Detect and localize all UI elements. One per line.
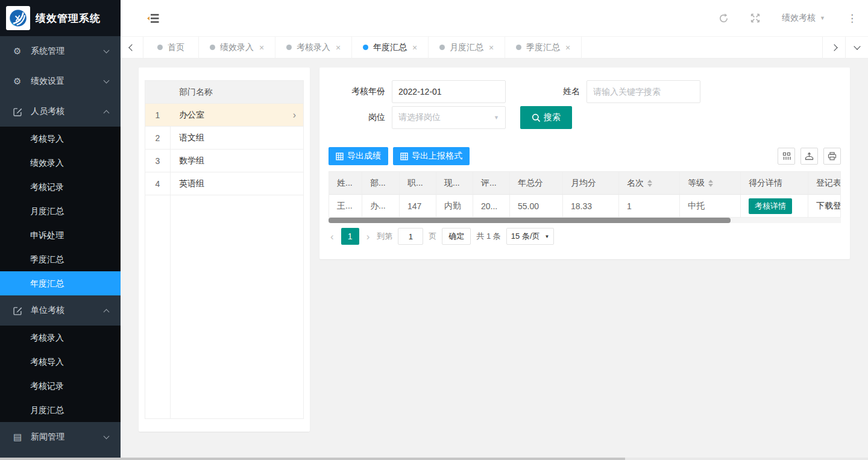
total-count-label: 共 1 条 xyxy=(476,231,500,242)
collapse-menu-icon[interactable] xyxy=(146,14,159,23)
sidebar-item-personnel-assessment[interactable]: 人员考核 xyxy=(0,96,121,127)
edit-icon xyxy=(13,306,27,315)
sidebar-item-unit-monthly-summary[interactable]: 月度汇总 xyxy=(0,398,121,422)
tab-label: 考核录入 xyxy=(297,42,330,53)
close-icon[interactable]: × xyxy=(259,43,264,52)
tab-home[interactable]: 首页 xyxy=(143,37,199,58)
top-header: 绩效考核 ▼ ⋮ xyxy=(121,0,868,36)
gears-icon: ⚙ xyxy=(13,76,27,87)
close-icon[interactable]: × xyxy=(336,43,341,52)
department-row-office[interactable]: 1 办公室 › xyxy=(145,104,303,127)
sort-icon[interactable] xyxy=(708,180,713,187)
th-name[interactable]: 姓... xyxy=(329,172,362,195)
tab-assessment-entry[interactable]: 考核录入 × xyxy=(275,37,352,58)
prev-page-button[interactable]: ‹ xyxy=(329,232,336,242)
close-icon[interactable]: × xyxy=(489,43,494,52)
th-registration-form-label: 登记表 xyxy=(816,178,841,189)
sidebar-item-annual-summary[interactable]: 年度汇总 xyxy=(0,271,121,295)
tab-dot-icon xyxy=(157,45,163,50)
sidebar-item-performance-entry[interactable]: 绩效录入 xyxy=(0,151,121,175)
sidebar-item-unit-assessment-import[interactable]: 考核导入 xyxy=(0,350,121,374)
fullscreen-icon[interactable] xyxy=(750,13,760,23)
department-row-english-group[interactable]: 4 英语组 xyxy=(145,172,303,195)
refresh-icon[interactable] xyxy=(719,13,729,24)
tab-performance-entry[interactable]: 绩效录入 × xyxy=(199,37,275,58)
user-menu[interactable]: 绩效考核 ▼ xyxy=(782,13,825,24)
chevron-up-icon xyxy=(104,309,110,315)
download-registration-link[interactable]: 下载登记表 xyxy=(816,201,841,212)
sort-icon[interactable] xyxy=(647,180,652,187)
tab-quarterly-summary[interactable]: 季度汇总 × xyxy=(505,37,582,58)
td-rank: 1 xyxy=(619,195,680,218)
name-search-input[interactable] xyxy=(587,80,700,103)
sidebar-item-unit-assessment-entry[interactable]: 考核录入 xyxy=(0,326,121,350)
post-select[interactable]: 请选择岗位 ▼ xyxy=(392,106,506,129)
department-row-chinese-group[interactable]: 2 语文组 xyxy=(145,127,303,150)
assessment-year-input[interactable] xyxy=(392,80,506,103)
sidebar-item-assessment-records[interactable]: 考核记录 xyxy=(0,175,121,199)
th-grade[interactable]: 等级 xyxy=(680,172,741,195)
department-row-math-group[interactable]: 3 数学组 xyxy=(145,150,303,172)
sidebar-item-quarterly-summary[interactable]: 季度汇总 xyxy=(0,247,121,271)
print-button[interactable] xyxy=(823,148,841,165)
chevron-right-icon xyxy=(831,44,837,51)
tab-scroll-left-button[interactable] xyxy=(121,37,143,58)
current-page[interactable]: 1 xyxy=(341,228,359,245)
sidebar-item-unit-assessment-records[interactable]: 考核记录 xyxy=(0,374,121,398)
table-row: 王... 办... 147 内勤 20... 55.00 18.33 1 中托 … xyxy=(329,195,841,218)
table-grid-icon xyxy=(400,153,408,160)
assessment-year-label: 考核年份 xyxy=(329,86,392,97)
close-icon[interactable]: × xyxy=(412,43,417,52)
search-button[interactable]: 搜索 xyxy=(520,106,572,129)
table-horizontal-scrollbar xyxy=(329,218,841,223)
th-job-number[interactable]: 职... xyxy=(400,172,436,195)
columns-filter-button[interactable] xyxy=(778,148,795,165)
sidebar-item-unit-assessment[interactable]: 单位考核 xyxy=(0,295,121,326)
tab-label: 首页 xyxy=(168,42,184,53)
scrollbar-thumb[interactable] xyxy=(329,218,731,223)
th-rank[interactable]: 名次 xyxy=(619,172,680,195)
department-table-header: 部门名称 xyxy=(145,81,303,104)
department-name: 英语组 xyxy=(170,178,303,189)
close-icon[interactable]: × xyxy=(565,43,570,52)
export-report-label: 导出上报格式 xyxy=(412,151,462,162)
confirm-button[interactable]: 确定 xyxy=(442,228,471,245)
th-eval-year[interactable]: 评... xyxy=(473,172,510,195)
td-department: 办... xyxy=(362,195,400,218)
td-job-number: 147 xyxy=(400,195,436,218)
tab-scroll-right-button[interactable] xyxy=(822,37,845,58)
sidebar-item-system-management[interactable]: ⚙ 系统管理 xyxy=(0,36,121,66)
th-monthly-average[interactable]: 月均分 xyxy=(563,172,619,195)
tab-dot-icon xyxy=(286,45,292,50)
th-rank-label: 名次 xyxy=(627,178,644,189)
export-scores-button[interactable]: 导出成绩 xyxy=(329,147,388,165)
more-options-icon[interactable]: ⋮ xyxy=(847,13,857,24)
export-report-button[interactable]: 导出上报格式 xyxy=(393,147,470,165)
tab-annual-summary[interactable]: 年度汇总 × xyxy=(352,37,429,58)
chevron-down-icon: ▼ xyxy=(820,15,825,21)
sidebar-item-assessment-import[interactable]: 考核导入 xyxy=(0,127,121,151)
export-button[interactable] xyxy=(800,148,818,165)
th-department[interactable]: 部... xyxy=(362,172,400,195)
td-grade: 中托 xyxy=(680,195,741,218)
tab-dot-icon xyxy=(363,45,368,50)
th-registration-form[interactable]: 登记表 xyxy=(808,172,841,195)
chevron-down-icon xyxy=(104,47,110,53)
tab-operations-button[interactable] xyxy=(845,37,868,58)
gear-icon: ⚙ xyxy=(13,46,27,57)
next-page-button[interactable]: › xyxy=(365,232,372,242)
assessment-detail-button[interactable]: 考核详情 xyxy=(749,198,792,214)
th-current-post[interactable]: 现... xyxy=(436,172,473,195)
sidebar-item-news-management[interactable]: ▤ 新闻管理 xyxy=(0,422,121,452)
department-panel: 部门名称 1 办公室 › 2 语文组 3 数学组 xyxy=(139,68,310,432)
scrollbar-thumb[interactable] xyxy=(0,458,625,460)
goto-page-input[interactable] xyxy=(398,228,423,245)
table-toolbar: 导出成绩 导出上报格式 xyxy=(329,147,841,165)
sidebar-item-appeal-handling[interactable]: 申诉处理 xyxy=(0,223,121,247)
page-size-select[interactable]: 15 条/页 ▼ xyxy=(506,228,555,245)
tab-monthly-summary[interactable]: 月度汇总 × xyxy=(429,37,505,58)
sidebar-item-performance-settings[interactable]: ⚙ 绩效设置 xyxy=(0,66,121,96)
th-score-detail[interactable]: 得分详情 xyxy=(741,172,808,195)
th-annual-total[interactable]: 年总分 xyxy=(510,172,563,195)
sidebar-item-monthly-summary[interactable]: 月度汇总 xyxy=(0,199,121,223)
